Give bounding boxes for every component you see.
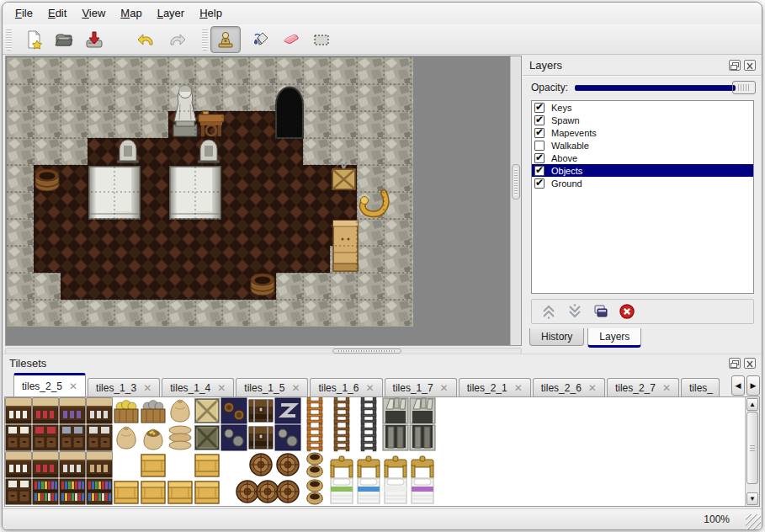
layer-row-ground[interactable]: ✔ Ground [532, 177, 753, 189]
tile-pot[interactable] [307, 480, 322, 492]
tile-cellar-barrels[interactable] [221, 398, 247, 423]
tile-shelf-red[interactable] [33, 452, 58, 477]
undo-button[interactable] [131, 26, 162, 53]
tile-gold-crate[interactable] [168, 481, 192, 503]
tile-ladder-brown[interactable] [334, 424, 349, 451]
tile-chest[interactable] [249, 400, 273, 422]
scroll-tabs-right-button[interactable]: ▶ [746, 375, 760, 396]
menu-file[interactable]: File [8, 3, 40, 24]
tile-cellar-stones[interactable] [275, 425, 300, 450]
tileset-vertical-scrollbar[interactable]: ▲ ▼ [745, 397, 759, 506]
open-file-button[interactable] [49, 26, 79, 53]
layer-visibility-checkbox[interactable]: ✔ [534, 141, 545, 151]
tile-barrel[interactable] [250, 454, 272, 476]
tile-stacked-sacks[interactable] [169, 426, 191, 450]
tileset-tab[interactable]: tiles_2_5✕ [13, 373, 86, 396]
tile-gold-crate[interactable] [114, 481, 138, 503]
close-panel-icon[interactable] [744, 358, 756, 369]
tile-stone-arch[interactable] [410, 398, 435, 423]
layer-row-spawn[interactable]: ✔ Spawn [532, 114, 753, 126]
new-file-button[interactable] [19, 26, 49, 53]
tile-open-sack-gold[interactable] [144, 429, 162, 450]
tile-cabinet-pots[interactable] [60, 425, 85, 450]
tab-history[interactable]: History [529, 328, 584, 346]
scroll-up-button[interactable]: ▲ [746, 398, 758, 411]
tile-stone-doorway[interactable] [410, 425, 435, 450]
tile-shelf-dishes[interactable] [6, 452, 31, 477]
redo-button[interactable] [162, 26, 192, 53]
tileset-tab[interactable]: tiles_1_4✕ [162, 378, 234, 396]
toolbar-drag-handle[interactable] [6, 29, 12, 51]
tileset-tab[interactable]: tiles_2_1✕ [459, 378, 531, 396]
tile-sack[interactable] [171, 400, 189, 422]
close-tab-icon[interactable]: ✕ [143, 382, 151, 394]
layer-row-walkable[interactable]: ✔ Walkable [532, 139, 753, 152]
menu-view[interactable]: View [74, 3, 113, 24]
tile-ladder-orange[interactable] [307, 424, 322, 451]
tile-barrel[interactable] [277, 454, 299, 476]
close-tab-icon[interactable]: ✕ [662, 382, 671, 394]
tileset-tab[interactable]: tiles_1_3✕ [88, 378, 160, 396]
tileset-tab[interactable]: tiles_2_7✕ [607, 378, 679, 396]
menu-map[interactable]: Map [113, 3, 149, 24]
opacity-slider-handle[interactable] [732, 81, 756, 94]
tile-barrel[interactable] [277, 481, 299, 503]
tileset-tab[interactable]: tiles_2_6✕ [533, 378, 605, 396]
tile-gold-crate[interactable] [195, 455, 219, 476]
tile-bed-headboard[interactable] [331, 456, 353, 477]
tileset-vscroll-thumb[interactable] [746, 412, 758, 484]
tile-cabinet-jugs[interactable] [87, 425, 112, 450]
tile-shelf-jugs[interactable] [87, 398, 112, 423]
scroll-tabs-left-button[interactable]: ◀ [731, 375, 745, 396]
tile-produce-crate[interactable] [114, 401, 138, 423]
tile-ladder-gray[interactable] [361, 424, 376, 451]
close-tab-icon[interactable]: ✕ [588, 382, 597, 394]
tile-cellar-stairs[interactable] [275, 398, 300, 423]
tileset-tab[interactable]: tiles_1_5✕ [236, 378, 308, 396]
layer-visibility-checkbox[interactable]: ✔ [534, 153, 545, 163]
toolbar-drag-handle-2[interactable] [202, 29, 208, 51]
tileset-image[interactable] [5, 397, 443, 507]
eraser-tool-button[interactable] [276, 26, 306, 53]
tile-ladder-brown[interactable] [334, 397, 349, 424]
tile-stone-doorway[interactable] [383, 425, 408, 450]
layer-row-mapevents[interactable]: ✔ Mapevents [532, 126, 753, 139]
tile-cabinet-red[interactable] [33, 425, 58, 450]
opacity-slider-track[interactable] [575, 85, 736, 91]
layer-row-above[interactable]: ✔ Above [532, 152, 753, 164]
float-panel-icon[interactable] [729, 358, 741, 369]
tile-light-crate[interactable] [195, 399, 219, 423]
menu-edit[interactable]: Edit [40, 3, 74, 24]
layer-visibility-checkbox[interactable]: ✔ [534, 115, 545, 125]
float-panel-icon[interactable] [729, 60, 741, 71]
tile-shelf-purple-bottles[interactable] [60, 398, 85, 423]
layer-row-keys[interactable]: ✔ Keys [532, 101, 753, 114]
tile-pot[interactable] [307, 492, 322, 504]
menu-help[interactable]: Help [192, 3, 230, 24]
tab-layers[interactable]: Layers [587, 328, 641, 348]
tile-shelf-tan[interactable] [87, 452, 112, 477]
tile-barrel[interactable] [236, 481, 258, 503]
layer-row-objects[interactable]: ✔ Objects [532, 164, 753, 177]
tile-dark-crate[interactable] [195, 426, 219, 450]
tile-bed-headboard[interactable] [358, 456, 380, 477]
tileset-tab[interactable]: tiles_1_7✕ [385, 378, 457, 396]
tile-gold-crate[interactable] [141, 455, 165, 476]
tile-bed-blue[interactable] [358, 478, 380, 503]
tile-shelf-jugs[interactable] [60, 452, 85, 477]
save-file-button[interactable] [79, 26, 109, 53]
close-tab-icon[interactable]: ✕ [440, 382, 449, 394]
layer-visibility-checkbox[interactable]: ✔ [534, 128, 545, 138]
tile-barrel[interactable] [257, 481, 279, 503]
close-tab-icon[interactable]: ✕ [217, 382, 226, 394]
close-tab-icon[interactable]: ✕ [365, 382, 374, 394]
map-canvas[interactable] [7, 57, 413, 327]
tile-bookshelf[interactable] [87, 479, 112, 504]
tile-bookshelf[interactable] [60, 479, 85, 504]
tile-bed-purple[interactable] [412, 478, 433, 503]
tile-shelf-dishes[interactable] [6, 398, 31, 423]
tile-stone-arch[interactable] [383, 398, 408, 423]
tile-ladder-gray[interactable] [361, 397, 376, 424]
close-panel-icon[interactable] [744, 60, 756, 71]
stamp-tool-button[interactable] [210, 26, 241, 53]
